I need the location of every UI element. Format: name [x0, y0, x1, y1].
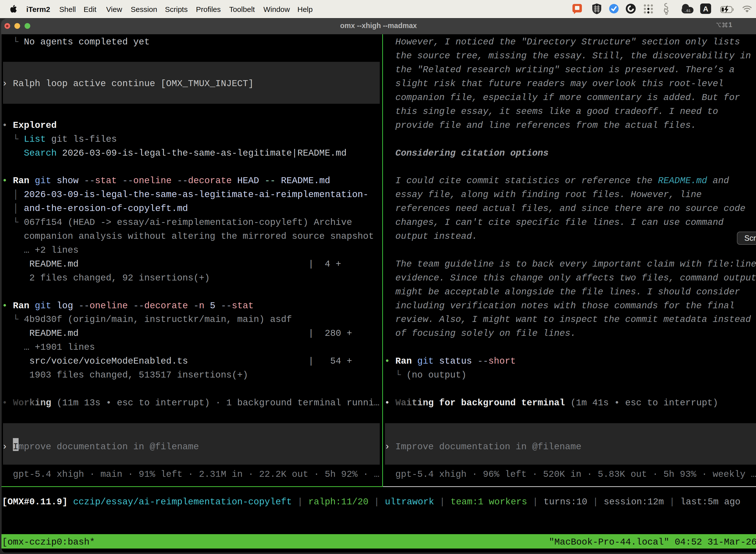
svg-text:A: A [703, 5, 708, 13]
svg-text:..61: ..61 [684, 8, 691, 13]
